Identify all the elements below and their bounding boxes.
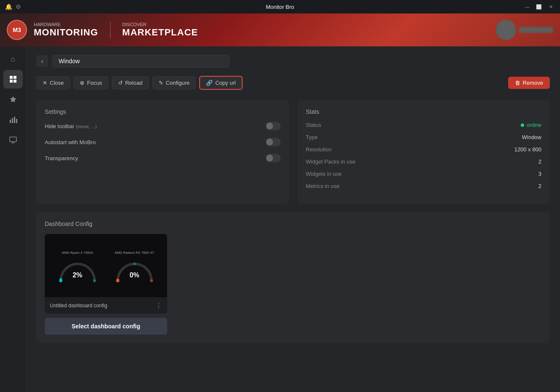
sidebar-item-display[interactable] xyxy=(3,131,23,149)
titlebar-controls: — ⬜ ✕ xyxy=(523,3,555,11)
gauge-cpu-arc: 2% xyxy=(57,255,99,281)
svg-point-13 xyxy=(116,279,119,282)
stats-panel: Stats Status online Type Window Resoluti… xyxy=(298,100,550,204)
settings-title: Settings xyxy=(45,108,281,115)
content-area: ‹ ✕ Close ⊕ Focus ↺ Reload ✎ Configure 🔗 xyxy=(26,46,560,392)
header-left: M3 Hardware MONITORING Discover MARKETPL… xyxy=(7,20,198,40)
avatar xyxy=(496,20,516,40)
svg-point-12 xyxy=(93,279,96,282)
svg-rect-1 xyxy=(14,76,16,79)
panels-row: Settings Hide toolbar (move, ...) Autost… xyxy=(36,100,550,204)
stats-value-resolution: 1200 x 800 xyxy=(514,146,541,153)
dashboard-card: AMD Ryzen 9 7900X 2% xyxy=(45,234,167,314)
svg-point-15 xyxy=(150,279,153,282)
stats-row-metrics: Metrics in use 2 xyxy=(306,183,542,189)
gauge-gpu-label: AMD Radeon RX 7800 XT xyxy=(115,251,154,255)
dashboard-config-panel: Dashboard Config AMD Ryzen 9 7900X xyxy=(36,212,550,343)
toggle-transparency[interactable] xyxy=(265,154,281,162)
sidebar-item-stats[interactable] xyxy=(3,110,23,129)
stats-value-widget-packs: 2 xyxy=(538,158,541,165)
dashboard-card-name: Untitled dashboard config xyxy=(50,303,107,309)
copy-url-label: Copy url xyxy=(215,80,235,86)
setting-label-autostart: Autostart with MoBro xyxy=(45,139,96,145)
setting-row-autostart: Autostart with MoBro xyxy=(45,138,281,146)
remove-icon: 🗑 xyxy=(515,80,520,86)
svg-point-11 xyxy=(59,279,62,282)
copy-url-button[interactable]: 🔗 Copy url xyxy=(199,76,242,90)
stats-value-metrics: 2 xyxy=(538,183,541,189)
titlebar-left: 🔔 ⚙ xyxy=(5,3,21,10)
stats-row-widgets: Widgets in use 3 xyxy=(306,171,542,177)
gauge-gpu: AMD Radeon RX 7800 XT 0% xyxy=(114,251,156,281)
gear-icon[interactable]: ⚙ xyxy=(16,3,21,10)
focus-icon: ⊕ xyxy=(80,80,84,86)
page-title-input[interactable] xyxy=(52,55,230,67)
maximize-button[interactable]: ⬜ xyxy=(535,3,543,11)
configure-button[interactable]: ✎ Configure xyxy=(152,76,196,89)
svg-rect-7 xyxy=(16,119,17,123)
toggle-hide-toolbar[interactable] xyxy=(265,122,281,130)
dashboard-card-preview: AMD Ryzen 9 7900X 2% xyxy=(45,234,167,297)
stats-value-status: online xyxy=(521,122,541,128)
select-dashboard-button[interactable]: Select dashboard config xyxy=(45,318,167,335)
gauge-gpu-arc: 0% xyxy=(114,255,156,281)
marketplace-label: MARKETPLACE xyxy=(122,27,198,38)
setting-row-transparency: Transparency xyxy=(45,154,281,162)
focus-label: Focus xyxy=(87,80,102,86)
stats-row-type: Type Window xyxy=(306,134,542,140)
stats-label-type: Type xyxy=(306,134,318,140)
minimize-button[interactable]: — xyxy=(523,3,531,11)
stats-row-widget-packs: Widget Packs in use 2 xyxy=(306,158,542,165)
svg-rect-8 xyxy=(10,137,16,142)
monitoring-label: MONITORING xyxy=(34,27,98,38)
stats-label-metrics: Metrics in use xyxy=(306,183,340,189)
stats-value-widgets: 3 xyxy=(538,171,541,177)
close-button[interactable]: ✕ Close xyxy=(36,76,70,89)
titlebar-title: Monitor Bro xyxy=(266,4,294,10)
stats-label-status: Status xyxy=(306,122,322,128)
remove-button[interactable]: 🗑 Remove xyxy=(508,77,550,89)
gauge-gpu-value: 0% xyxy=(130,271,139,279)
setting-sub-hide-toolbar: (move, ...) xyxy=(76,124,97,129)
header-discover-section: Discover MARKETPLACE xyxy=(122,22,198,38)
stats-row-resolution: Resolution 1200 x 800 xyxy=(306,146,542,153)
svg-rect-3 xyxy=(14,80,16,83)
reload-label: Reload xyxy=(125,80,143,86)
sidebar-item-plugins[interactable] xyxy=(3,90,23,109)
back-button[interactable]: ‹ xyxy=(36,55,48,67)
header-divider xyxy=(110,21,111,38)
dashboard-card-menu-button[interactable]: ⋮ xyxy=(155,301,162,309)
logo: M3 xyxy=(7,20,27,40)
setting-label-transparency: Transparency xyxy=(45,155,78,161)
header-right xyxy=(496,20,553,40)
settings-panel: Settings Hide toolbar (move, ...) Autost… xyxy=(36,100,289,204)
bell-icon[interactable]: 🔔 xyxy=(5,3,12,10)
setting-label-hide-toolbar: Hide toolbar (move, ...) xyxy=(45,123,97,129)
discover-label: Discover xyxy=(122,22,198,27)
main-layout: ⌂ xyxy=(0,46,560,392)
header-monitoring-section: Hardware MONITORING xyxy=(34,22,98,38)
toggle-autostart[interactable] xyxy=(265,138,281,146)
svg-rect-2 xyxy=(10,80,13,83)
stats-label-resolution: Resolution xyxy=(306,146,332,153)
focus-button[interactable]: ⊕ Focus xyxy=(73,76,108,89)
username-label xyxy=(519,27,553,33)
stats-label-widget-packs: Widget Packs in use xyxy=(306,158,356,165)
dashboard-config-title: Dashboard Config xyxy=(45,220,541,227)
sidebar-item-home[interactable]: ⌂ xyxy=(3,50,23,68)
action-bar: ✕ Close ⊕ Focus ↺ Reload ✎ Configure 🔗 C… xyxy=(36,76,550,90)
close-window-button[interactable]: ✕ xyxy=(546,3,555,11)
svg-rect-5 xyxy=(12,118,13,123)
stats-value-type: Window xyxy=(522,134,541,140)
reload-button[interactable]: ↺ Reload xyxy=(112,76,149,89)
online-dot xyxy=(521,124,524,127)
titlebar: 🔔 ⚙ Monitor Bro — ⬜ ✕ xyxy=(0,0,560,13)
stats-row-status: Status online xyxy=(306,122,542,128)
close-x-icon: ✕ xyxy=(43,80,47,86)
reload-icon: ↺ xyxy=(118,80,123,86)
header: M3 Hardware MONITORING Discover MARKETPL… xyxy=(0,13,560,46)
dashboard-card-footer: Untitled dashboard config ⋮ xyxy=(45,297,167,314)
stats-label-widgets: Widgets in use xyxy=(306,171,342,177)
gauge-cpu: AMD Ryzen 9 7900X 2% xyxy=(57,251,99,281)
sidebar-item-dashboard[interactable] xyxy=(3,70,23,89)
